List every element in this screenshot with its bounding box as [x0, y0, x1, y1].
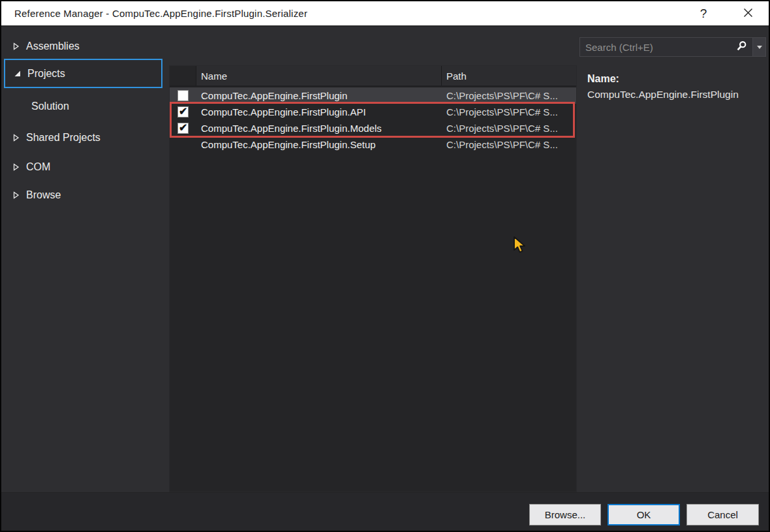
sidebar-item-label: Browse [26, 189, 61, 201]
sidebar-item-label: Solution [31, 101, 69, 112]
project-name: CompuTec.AppEngine.FirstPlugin.Models [196, 123, 442, 134]
column-header-path[interactable]: Path [442, 66, 576, 86]
chevron-right-icon [13, 134, 22, 142]
project-path: C:\Projects\PS\PF\C# S... [442, 123, 576, 134]
row-checkbox-cell [170, 123, 196, 134]
browse-button[interactable]: Browse... [529, 504, 601, 525]
table-header: Name Path [170, 66, 576, 87]
ok-button[interactable]: OK [608, 504, 680, 525]
chevron-down-icon [757, 46, 762, 49]
sidebar-item-assemblies[interactable]: Assemblies [1, 37, 164, 55]
table-row[interactable]: CompuTec.AppEngine.FirstPlugin.Setup C:\… [170, 136, 576, 153]
search-icon [736, 40, 747, 54]
sidebar-item-projects[interactable]: Projects [4, 59, 162, 88]
chevron-right-icon [13, 42, 22, 50]
sidebar-item-label: Shared Projects [26, 132, 100, 144]
table-row[interactable]: CompuTec.AppEngine.FirstPlugin.API C:\Pr… [170, 104, 576, 120]
close-icon [743, 8, 753, 20]
reference-checkbox[interactable] [177, 90, 189, 101]
help-button[interactable]: ? [689, 1, 718, 26]
title-bar: Reference Manager - CompuTec.AppEngine.F… [1, 1, 769, 26]
sidebar-item-label: COM [26, 161, 50, 173]
project-name: CompuTec.AppEngine.FirstPlugin [196, 90, 442, 101]
search-input[interactable] [580, 38, 730, 56]
sidebar-item-solution[interactable]: Solution [1, 97, 164, 116]
cancel-button[interactable]: Cancel [686, 504, 759, 525]
project-list: Name Path CompuTec.AppEngine.FirstPlugin… [169, 65, 577, 492]
search-options-dropdown[interactable] [752, 38, 765, 56]
project-path: C:\Projects\PS\PF\C# S... [442, 106, 576, 117]
project-name: CompuTec.AppEngine.FirstPlugin.Setup [196, 139, 442, 150]
reference-checkbox[interactable] [177, 123, 189, 134]
chevron-right-icon [13, 163, 22, 171]
sidebar-item-label: Projects [27, 68, 65, 80]
table-row[interactable]: CompuTec.AppEngine.FirstPlugin C:\Projec… [170, 87, 576, 104]
search-box [579, 37, 766, 57]
project-name: CompuTec.AppEngine.FirstPlugin.API [196, 106, 442, 117]
detail-name-label: Name: [587, 73, 767, 85]
sidebar-item-shared-projects[interactable]: Shared Projects [1, 129, 164, 147]
column-header-checkbox [170, 66, 196, 86]
search-button[interactable] [730, 38, 752, 56]
reference-checkbox[interactable] [177, 106, 189, 117]
chevron-right-icon [13, 191, 22, 199]
table-row[interactable]: CompuTec.AppEngine.FirstPlugin.Models C:… [170, 120, 576, 136]
close-button[interactable] [733, 1, 762, 26]
sidebar-item-com[interactable]: COM [1, 158, 164, 176]
column-header-name[interactable]: Name [196, 66, 442, 86]
window-title: Reference Manager - CompuTec.AppEngine.F… [14, 8, 307, 19]
sidebar-item-label: Assemblies [26, 40, 80, 52]
details-panel: Name: CompuTec.AppEngine.FirstPlugin [587, 73, 767, 101]
row-checkbox-cell [170, 106, 196, 117]
sidebar-item-browse[interactable]: Browse [1, 186, 164, 204]
row-checkbox-cell [170, 90, 196, 101]
chevron-expanded-icon [13, 69, 23, 78]
project-path: C:\Projects\PS\PF\C# S... [442, 90, 576, 101]
dialog-body: Assemblies Projects Solution Shared Proj… [1, 27, 769, 531]
detail-name-value: CompuTec.AppEngine.FirstPlugin [587, 89, 767, 101]
reference-manager-dialog: Reference Manager - CompuTec.AppEngine.F… [0, 0, 770, 532]
project-path: C:\Projects\PS\PF\C# S... [442, 139, 576, 150]
